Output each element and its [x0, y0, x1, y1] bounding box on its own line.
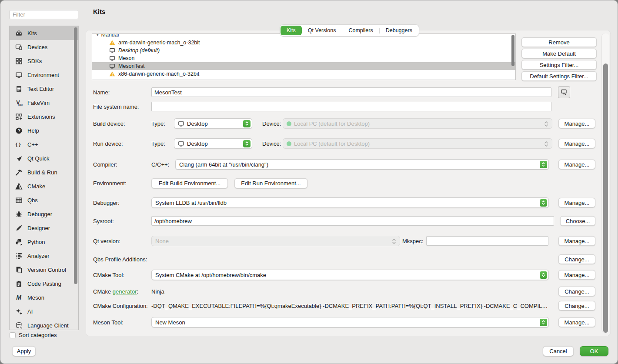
sidebar-item-cmake[interactable]: CMake	[10, 179, 78, 193]
name-input[interactable]	[151, 87, 551, 97]
sidebar-item-sdks[interactable]: SDKs	[10, 54, 78, 68]
build-device-row: Build device: Type: Desktop Device: Loca…	[93, 118, 595, 129]
sidebar-item-qbs[interactable]: Qbs	[10, 193, 78, 207]
panel-scrollbar[interactable]	[603, 63, 608, 333]
kit-row[interactable]: Desktop (default)	[92, 47, 515, 54]
meson-tool-label: Meson Tool:	[93, 319, 151, 326]
tab-compilers[interactable]: Compilers	[342, 26, 379, 35]
sidebar-item-version-control[interactable]: Version Control	[10, 263, 78, 277]
manage-build-device-button[interactable]: Manage...	[558, 119, 595, 128]
manage-debuggers-button[interactable]: Manage...	[558, 198, 595, 207]
sidebar-item-label: Environment	[27, 72, 59, 78]
edit-run-environment-button[interactable]: Edit Run Environment...	[234, 178, 307, 188]
kits-panel: ▾ Manual arm-darwin-generic-mach_o-32bit…	[86, 30, 611, 336]
sysroot-input[interactable]	[151, 216, 554, 226]
default-settings-filter-button[interactable]: Default Settings Filter...	[521, 71, 597, 81]
extensions-icon	[15, 113, 23, 120]
kit-row[interactable]: Meson	[92, 54, 515, 62]
file-system-name-input[interactable]	[151, 102, 551, 111]
manage-run-device-button[interactable]: Manage...	[558, 139, 595, 148]
filter-input[interactable]	[10, 10, 78, 19]
sidebar-item-code-pasting[interactable]: Code Pasting	[10, 277, 78, 291]
c-cpp-label: C/C++:	[151, 161, 175, 168]
debugger-select[interactable]: System LLDB at /usr/bin/lldb	[151, 197, 549, 208]
sidebar-item-label: Code Pasting	[27, 281, 61, 287]
tab-kits[interactable]: Kits	[281, 26, 302, 35]
remove-button[interactable]: Remove	[521, 37, 597, 47]
sidebar-item-designer[interactable]: Designer	[10, 221, 78, 235]
run-device-type-select[interactable]: Desktop	[174, 138, 252, 149]
sidebar-item-language-client[interactable]: Language Client	[10, 318, 78, 330]
sidebar-item-text-editor[interactable]: Text Editor	[10, 82, 78, 96]
sidebar-item-label: Qbs	[27, 197, 38, 204]
svg-text:{ }: { }	[16, 142, 20, 147]
kit-list: ▾ Manual arm-darwin-generic-mach_o-32bit…	[92, 33, 516, 80]
sort-categories-checkbox[interactable]	[10, 332, 16, 338]
manage-meson-tools-button[interactable]: Manage...	[558, 317, 595, 327]
disclosure-triangle-icon[interactable]: ▾	[97, 33, 99, 37]
generator-link[interactable]: generator	[113, 288, 137, 295]
make-default-button[interactable]: Make Default	[521, 49, 597, 58]
chevron-updown-icon	[391, 237, 397, 244]
cmake-tool-label: CMake Tool:	[93, 272, 151, 278]
sidebar-item-label: FakeVim	[27, 100, 50, 106]
manage-compilers-button[interactable]: Manage...	[558, 160, 595, 169]
manage-cmake-tools-button[interactable]: Manage...	[558, 270, 595, 280]
sidebar-item-label: CMake	[27, 183, 45, 190]
compiler-select[interactable]: Clang (arm 64bit at "/usr/bin/clang")	[175, 159, 549, 170]
cancel-button[interactable]: Cancel	[543, 346, 574, 356]
sidebar-item-label: Extensions	[27, 114, 55, 120]
sidebar-item-cpp[interactable]: { } C++	[10, 137, 78, 151]
edit-build-environment-button[interactable]: Edit Build Environment...	[151, 178, 228, 188]
kit-row-selected[interactable]: MesonTest	[92, 62, 515, 70]
change-qbs-profile-button[interactable]: Change...	[558, 254, 595, 264]
sidebar-item-label: Meson	[27, 294, 44, 301]
type-label: Type:	[151, 120, 174, 127]
manage-qt-versions-button[interactable]: Manage...	[558, 236, 595, 246]
chevron-updown-icon	[243, 140, 251, 147]
kit-row[interactable]: arm-darwin-generic-mach_o-32bit	[92, 39, 515, 47]
sidebar-scrollbar[interactable]	[74, 27, 77, 284]
chevron-updown-icon	[540, 161, 547, 168]
sidebar-item-qt-quick[interactable]: Qt Quick	[10, 151, 78, 165]
cmake-configuration-row: CMake Configuration: -DQT_QMAKE_EXECUTAB…	[93, 301, 595, 311]
sidebar-item-debugger[interactable]: Debugger	[10, 207, 78, 221]
ok-button[interactable]: OK	[580, 346, 608, 356]
sidebar-item-label: Build & Run	[27, 169, 57, 176]
file-system-name-label: File system name:	[93, 104, 151, 110]
cmake-tool-select[interactable]: System CMake at /opt/homebrew/bin/cmake	[151, 270, 549, 280]
sidebar-item-label: AI	[27, 308, 33, 315]
build-device-type-select[interactable]: Desktop	[174, 118, 252, 129]
sidebar-item-help[interactable]: ? Help	[10, 124, 78, 137]
sidebar-item-meson[interactable]: M Meson	[10, 291, 78, 304]
sort-categories-label: Sort categories	[19, 332, 57, 338]
meson-tool-select[interactable]: New Meson	[151, 317, 549, 327]
sidebar-item-kits[interactable]: Kits	[10, 26, 78, 40]
sidebar-item-analyzer[interactable]: Analyzer	[10, 249, 78, 263]
sidebar-item-devices[interactable]: Devices	[10, 40, 78, 54]
chevron-updown-icon	[540, 319, 547, 326]
mkspec-input[interactable]	[426, 236, 548, 246]
sidebar-item-python[interactable]: Python	[10, 235, 78, 249]
apply-button[interactable]: Apply	[12, 346, 36, 356]
sidebar-item-label: SDKs	[27, 58, 42, 64]
tab-debuggers[interactable]: Debuggers	[380, 26, 418, 35]
sidebar-item-environment[interactable]: Environment	[10, 68, 78, 82]
svg-text:?: ?	[17, 128, 20, 133]
kit-list-scrollbar[interactable]	[511, 35, 514, 66]
kit-row[interactable]: x86-darwin-generic-mach_o-32bit	[92, 70, 515, 78]
settings-filter-button[interactable]: Settings Filter...	[521, 60, 597, 70]
choose-sysroot-button[interactable]: Choose...	[560, 216, 595, 226]
sidebar-item-ai[interactable]: AI	[10, 304, 78, 318]
debugger-label: Debugger:	[93, 200, 151, 206]
sort-categories: Sort categories	[10, 332, 57, 338]
sidebar-item-build-run[interactable]: Build & Run	[10, 165, 78, 179]
change-cmake-configuration-button[interactable]: Change...	[558, 301, 595, 311]
tab-qt-versions[interactable]: Qt Versions	[302, 26, 342, 35]
variables-button[interactable]	[558, 86, 570, 98]
sidebar-item-extensions[interactable]: Extensions	[10, 110, 78, 124]
tab-bar: Kits Qt Versions Compilers Debuggers	[280, 25, 419, 36]
sidebar-item-fakevim[interactable]: VFake FakeVim	[10, 96, 78, 110]
change-cmake-generator-button[interactable]: Change...	[558, 287, 595, 296]
debugger-row: Debugger: System LLDB at /usr/bin/lldb M…	[93, 197, 595, 208]
